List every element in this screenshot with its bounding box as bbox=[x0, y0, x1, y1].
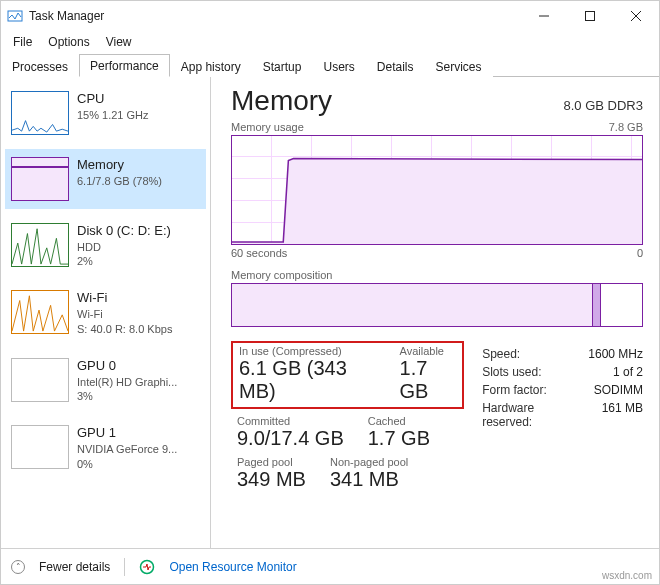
cpu-sub: 15% 1.21 GHz bbox=[77, 108, 149, 122]
sidebar: CPU 15% 1.21 GHz Memory 6.1/7.8 GB (78%)… bbox=[1, 77, 211, 548]
separator bbox=[124, 558, 125, 576]
memory-sub: 6.1/7.8 GB (78%) bbox=[77, 174, 162, 188]
paged-value: 349 MB bbox=[237, 468, 306, 491]
gpu1-title: GPU 1 bbox=[77, 425, 177, 442]
gpu1-thumb bbox=[11, 425, 69, 469]
tab-startup[interactable]: Startup bbox=[252, 55, 313, 77]
footer: ˄ Fewer details Open Resource Monitor bbox=[1, 548, 659, 584]
menu-options[interactable]: Options bbox=[40, 33, 97, 51]
close-button[interactable] bbox=[613, 1, 659, 31]
slots-key: Slots used: bbox=[482, 365, 574, 379]
committed-value: 9.0/17.4 GB bbox=[237, 427, 344, 450]
sidebar-item-memory[interactable]: Memory 6.1/7.8 GB (78%) bbox=[5, 149, 206, 209]
maximize-button[interactable] bbox=[567, 1, 613, 31]
window-title: Task Manager bbox=[29, 9, 104, 23]
titlebar[interactable]: Task Manager bbox=[1, 1, 659, 31]
nonpaged-label: Non-paged pool bbox=[330, 456, 408, 468]
sidebar-item-gpu1[interactable]: GPU 1 NVIDIA GeForce 9... 0% bbox=[5, 417, 206, 478]
comp-modified bbox=[593, 284, 601, 326]
memory-composition-chart[interactable] bbox=[231, 283, 643, 327]
sidebar-item-disk[interactable]: Disk 0 (C: D: E:) HDD 2% bbox=[5, 215, 206, 276]
paged-label: Paged pool bbox=[237, 456, 306, 468]
hw-val: 161 MB bbox=[588, 401, 643, 429]
task-manager-window: Task Manager File Options View Processes… bbox=[0, 0, 660, 585]
memory-title: Memory bbox=[77, 157, 162, 174]
gpu1-sub2: 0% bbox=[77, 457, 177, 471]
usage-chart-max: 7.8 GB bbox=[609, 121, 643, 133]
tab-processes[interactable]: Processes bbox=[1, 55, 79, 77]
sidebar-item-gpu0[interactable]: GPU 0 Intel(R) HD Graphi... 3% bbox=[5, 350, 206, 411]
resource-monitor-icon bbox=[139, 559, 155, 575]
menu-view[interactable]: View bbox=[98, 33, 140, 51]
hw-key: Hardware reserved: bbox=[482, 401, 574, 429]
available-label: Available bbox=[400, 345, 457, 357]
tab-users[interactable]: Users bbox=[312, 55, 365, 77]
gpu0-sub1: Intel(R) HD Graphi... bbox=[77, 375, 177, 389]
gpu0-title: GPU 0 bbox=[77, 358, 177, 375]
menu-file[interactable]: File bbox=[5, 33, 40, 51]
wifi-sub1: Wi-Fi bbox=[77, 307, 172, 321]
tab-bar: Processes Performance App history Startu… bbox=[1, 53, 659, 77]
disk-sub1: HDD bbox=[77, 240, 171, 254]
cached-label: Cached bbox=[368, 415, 430, 427]
app-icon bbox=[7, 8, 23, 24]
highlight-box: In use (Compressed) 6.1 GB (343 MB) Avai… bbox=[231, 341, 464, 409]
window-controls bbox=[521, 1, 659, 31]
form-val: SODIMM bbox=[588, 383, 643, 397]
speed-val: 1600 MHz bbox=[588, 347, 643, 361]
x-axis-left: 60 seconds bbox=[231, 247, 287, 259]
capacity-label: 8.0 GB DDR3 bbox=[564, 98, 643, 113]
gpu1-sub1: NVIDIA GeForce 9... bbox=[77, 442, 177, 456]
comp-available bbox=[601, 284, 642, 326]
memory-info-grid: Speed: 1600 MHz Slots used: 1 of 2 Form … bbox=[482, 341, 643, 491]
x-axis-right: 0 bbox=[637, 247, 643, 259]
tab-app-history[interactable]: App history bbox=[170, 55, 252, 77]
main-panel: Memory 8.0 GB DDR3 Memory usage 7.8 GB 6… bbox=[211, 77, 659, 548]
gpu0-thumb bbox=[11, 358, 69, 402]
open-resource-monitor-link[interactable]: Open Resource Monitor bbox=[169, 560, 296, 574]
cached-value: 1.7 GB bbox=[368, 427, 430, 450]
menubar: File Options View bbox=[1, 31, 659, 53]
sidebar-item-cpu[interactable]: CPU 15% 1.21 GHz bbox=[5, 83, 206, 143]
wifi-title: Wi-Fi bbox=[77, 290, 172, 307]
composition-label: Memory composition bbox=[231, 269, 332, 281]
cpu-title: CPU bbox=[77, 91, 149, 108]
cpu-thumb bbox=[11, 91, 69, 135]
stats-area: In use (Compressed) 6.1 GB (343 MB) Avai… bbox=[231, 341, 643, 491]
page-title: Memory bbox=[231, 85, 332, 117]
sidebar-item-wifi[interactable]: Wi-Fi Wi-Fi S: 40.0 R: 8.0 Kbps bbox=[5, 282, 206, 343]
minimize-button[interactable] bbox=[521, 1, 567, 31]
watermark: wsxdn.com bbox=[602, 570, 652, 581]
disk-sub2: 2% bbox=[77, 254, 171, 268]
wifi-sub2: S: 40.0 R: 8.0 Kbps bbox=[77, 322, 172, 336]
fewer-details-link[interactable]: Fewer details bbox=[39, 560, 110, 574]
tab-details[interactable]: Details bbox=[366, 55, 425, 77]
body-area: CPU 15% 1.21 GHz Memory 6.1/7.8 GB (78%)… bbox=[1, 77, 659, 548]
nonpaged-value: 341 MB bbox=[330, 468, 408, 491]
tab-services[interactable]: Services bbox=[425, 55, 493, 77]
chevron-up-icon[interactable]: ˄ bbox=[11, 560, 25, 574]
form-key: Form factor: bbox=[482, 383, 574, 397]
svg-rect-2 bbox=[586, 12, 595, 21]
slots-val: 1 of 2 bbox=[588, 365, 643, 379]
tab-performance[interactable]: Performance bbox=[79, 54, 170, 77]
gpu0-sub2: 3% bbox=[77, 389, 177, 403]
wifi-thumb bbox=[11, 290, 69, 334]
committed-label: Committed bbox=[237, 415, 344, 427]
memory-thumb bbox=[11, 157, 69, 201]
speed-key: Speed: bbox=[482, 347, 574, 361]
memory-usage-chart[interactable] bbox=[231, 135, 643, 245]
in-use-label: In use (Compressed) bbox=[239, 345, 376, 357]
comp-in-use bbox=[232, 284, 593, 326]
disk-thumb bbox=[11, 223, 69, 267]
disk-title: Disk 0 (C: D: E:) bbox=[77, 223, 171, 240]
usage-chart-label: Memory usage bbox=[231, 121, 304, 133]
in-use-value: 6.1 GB (343 MB) bbox=[239, 357, 376, 403]
available-value: 1.7 GB bbox=[400, 357, 457, 403]
